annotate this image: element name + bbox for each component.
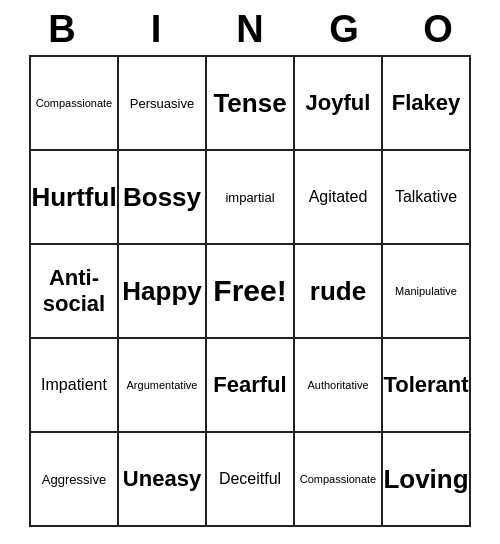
- cell-text: Persuasive: [130, 96, 194, 111]
- cell-text: Aggressive: [42, 472, 106, 487]
- bingo-header: B I N G O: [15, 0, 485, 55]
- letter-n: N: [206, 8, 294, 51]
- cell-text: Tense: [213, 88, 286, 119]
- cell-3-2: Fearful: [207, 339, 295, 433]
- cell-0-3: Joyful: [295, 57, 383, 151]
- cell-text: Hurtful: [31, 182, 116, 213]
- cell-text: Talkative: [395, 188, 457, 206]
- cell-text: impartial: [225, 190, 274, 205]
- cell-text: Anti-social: [35, 265, 113, 318]
- cell-text: Joyful: [306, 90, 371, 116]
- cell-0-1: Persuasive: [119, 57, 207, 151]
- cell-4-4: Loving: [383, 433, 471, 527]
- cell-text: Bossy: [123, 182, 201, 213]
- cell-text: Compassionate: [36, 97, 112, 109]
- letter-b: B: [18, 8, 106, 51]
- cell-2-2: Free!: [207, 245, 295, 339]
- cell-text: Tolerant: [383, 372, 468, 398]
- cell-text: Flakey: [392, 90, 461, 116]
- cell-text: Compassionate: [300, 473, 376, 485]
- cell-0-0: Compassionate: [31, 57, 119, 151]
- cell-text: Deceitful: [219, 470, 281, 488]
- cell-text: Fearful: [213, 372, 286, 398]
- cell-text: Argumentative: [127, 379, 198, 391]
- cell-4-0: Aggressive: [31, 433, 119, 527]
- cell-text: Manipulative: [395, 285, 457, 297]
- cell-text: rude: [310, 276, 366, 307]
- cell-3-1: Argumentative: [119, 339, 207, 433]
- cell-1-0: Hurtful: [31, 151, 119, 245]
- cell-text: Uneasy: [123, 466, 201, 492]
- cell-0-4: Flakey: [383, 57, 471, 151]
- letter-g: G: [300, 8, 388, 51]
- cell-3-3: Authoritative: [295, 339, 383, 433]
- cell-text: Free!: [213, 274, 286, 308]
- cell-text: Agitated: [309, 188, 368, 206]
- cell-2-3: rude: [295, 245, 383, 339]
- cell-1-2: impartial: [207, 151, 295, 245]
- cell-4-1: Uneasy: [119, 433, 207, 527]
- cell-1-3: Agitated: [295, 151, 383, 245]
- cell-text: Loving: [383, 464, 468, 495]
- cell-0-2: Tense: [207, 57, 295, 151]
- bingo-grid: CompassionatePersuasiveTenseJoyfulFlakey…: [29, 55, 471, 527]
- cell-2-4: Manipulative: [383, 245, 471, 339]
- cell-2-1: Happy: [119, 245, 207, 339]
- cell-4-2: Deceitful: [207, 433, 295, 527]
- cell-1-1: Bossy: [119, 151, 207, 245]
- cell-4-3: Compassionate: [295, 433, 383, 527]
- cell-text: Authoritative: [307, 379, 368, 391]
- cell-3-4: Tolerant: [383, 339, 471, 433]
- letter-o: O: [394, 8, 482, 51]
- cell-2-0: Anti-social: [31, 245, 119, 339]
- letter-i: I: [112, 8, 200, 51]
- cell-text: Happy: [122, 276, 201, 307]
- cell-3-0: Impatient: [31, 339, 119, 433]
- cell-text: Impatient: [41, 376, 107, 394]
- cell-1-4: Talkative: [383, 151, 471, 245]
